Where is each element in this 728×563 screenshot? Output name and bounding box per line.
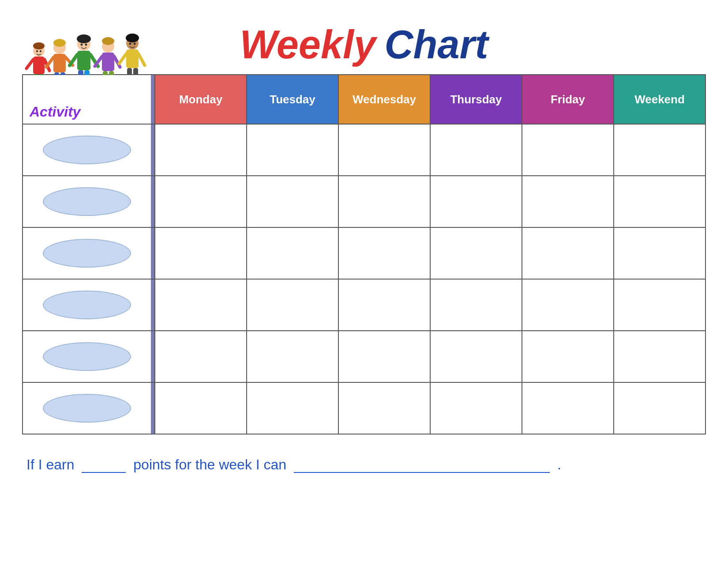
svg-rect-1 [33,57,45,74]
activity-label: Activity [30,104,81,120]
day-cell [338,228,430,279]
day-cell [613,383,705,434]
day-cell [246,228,338,279]
svg-point-15 [53,39,66,47]
day-cell [246,280,338,330]
svg-rect-19 [77,51,90,70]
day-cell [522,176,613,227]
day-cell [154,176,246,227]
row-activity-cell [23,125,151,175]
day-cell [338,280,430,330]
day-cell [430,228,522,279]
row-divider [151,228,154,279]
chart-row [23,279,705,330]
day-cell [246,383,338,434]
day-cell [154,383,246,434]
footer-text: If I earn points for the week I can . [22,457,706,473]
row-divider [151,280,154,330]
svg-point-42 [134,43,136,45]
header-monday: Monday [154,75,246,124]
activity-oval [43,394,131,423]
footer-reward-blank [294,472,550,473]
day-cell [522,228,613,279]
header-thursday: Thursday [430,75,522,124]
day-cell [430,383,522,434]
day-cell [338,125,430,175]
chart-wrapper: Activity Monday Tuesday Wednesday Thursd… [22,74,706,435]
svg-point-25 [81,44,83,46]
svg-point-26 [85,44,87,46]
svg-point-41 [129,43,131,45]
chart-row [23,124,705,175]
chart-row [23,175,705,227]
row-activity-cell [23,331,151,382]
day-cell [613,280,705,330]
day-cell [338,176,430,227]
day-cell [338,383,430,434]
day-cell [522,331,613,382]
svg-line-37 [139,54,145,65]
day-cell [338,331,430,382]
day-cell [613,331,705,382]
day-cell [613,176,705,227]
svg-point-6 [33,42,45,49]
activity-header-cell: Activity [23,75,151,124]
activity-oval [43,342,131,371]
day-cell [522,383,613,434]
page-container: Weekly Chart Activity Monday Tuesday Wed… [0,0,728,563]
day-cell [246,176,338,227]
svg-point-40 [126,34,139,42]
header-tuesday: Tuesday [246,75,338,124]
day-cell [430,176,522,227]
svg-rect-35 [126,49,139,68]
chart-row [23,382,705,434]
chart-row [23,330,705,382]
row-activity-cell [23,280,151,330]
activity-oval [43,187,131,216]
day-cell [522,125,613,175]
day-cell [246,331,338,382]
row-activity-cell [23,383,151,434]
day-cell [430,280,522,330]
title-weekly: Weekly [240,23,376,67]
header-wednesday: Wednesday [338,75,430,124]
row-divider [151,176,154,227]
chart-body [23,124,705,434]
svg-line-20 [70,55,77,65]
chart-header: Activity Monday Tuesday Wednesday Thursd… [23,75,705,124]
title-chart: Chart [384,23,488,67]
header-weekend: Weekend [613,75,705,124]
day-cell [154,125,246,175]
day-cell [430,331,522,382]
day-cell [613,228,705,279]
footer-points-blank [82,472,126,473]
header-vertical-divider [151,75,154,124]
row-divider [151,331,154,382]
svg-rect-28 [102,53,114,71]
row-divider [151,125,154,175]
footer-text-end: . [557,457,561,472]
row-activity-cell [23,228,151,279]
day-cell [246,125,338,175]
row-activity-cell [23,176,151,227]
day-cell [430,125,522,175]
svg-point-16 [36,50,38,52]
svg-rect-10 [53,54,66,72]
day-cell [154,280,246,330]
svg-point-24 [77,34,91,43]
day-cell [154,331,246,382]
header-friday: Friday [522,75,613,124]
activity-oval [43,136,131,164]
day-cell [522,280,613,330]
day-cell [154,228,246,279]
row-divider [151,383,154,434]
footer-text-middle: points for the week I can [133,457,286,472]
svg-point-17 [40,50,41,52]
footer-text-before: If I earn [26,457,75,472]
svg-point-33 [102,37,114,45]
svg-line-2 [26,60,33,68]
svg-line-36 [119,54,126,64]
day-cell [613,125,705,175]
activity-oval [43,291,131,319]
activity-oval [43,239,131,268]
